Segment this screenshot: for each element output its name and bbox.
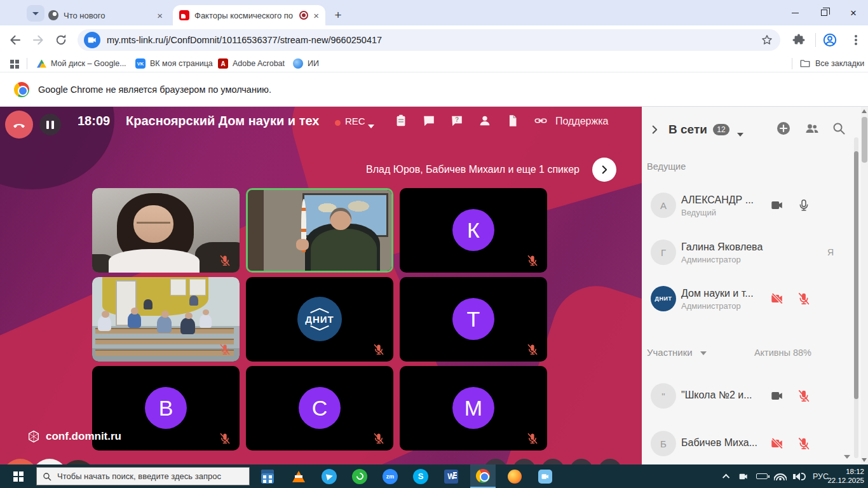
close-window-button[interactable]: × (839, 0, 868, 25)
participants-button[interactable] (478, 114, 492, 128)
tray-volume[interactable] (793, 464, 806, 488)
rec-dropdown-caret[interactable] (368, 119, 374, 131)
tab-whats-new[interactable]: Что нового × (42, 5, 169, 25)
camera-on-icon[interactable] (770, 389, 784, 403)
rec-label: REC (345, 116, 365, 126)
panel-scrollbar[interactable] (854, 137, 858, 458)
taskbar-search[interactable] (36, 467, 250, 485)
scroll-up-icon[interactable] (862, 109, 867, 113)
taskbar-skype[interactable]: S (408, 464, 433, 488)
mic-on-icon[interactable] (797, 198, 811, 212)
bookmark-star-icon[interactable] (760, 33, 774, 47)
taskbar-vlc[interactable] (286, 464, 311, 488)
new-tab-button[interactable]: + (329, 6, 347, 24)
scrollbar-thumb[interactable] (854, 151, 858, 399)
camera-on-icon[interactable] (770, 198, 784, 212)
back-button[interactable] (8, 32, 23, 48)
mic-off-icon[interactable] (797, 292, 811, 306)
mic-off-icon[interactable] (797, 389, 811, 403)
camera-off-icon[interactable] (770, 437, 784, 451)
taskbar-chrome-active[interactable] (470, 464, 496, 488)
avatar-tile-dnit[interactable]: ДНИТ (246, 277, 393, 362)
participant-row[interactable]: А АЛЕКСАНДР ... Ведущий (642, 193, 858, 232)
clock[interactable]: 18:12 22.12.2025 (827, 467, 864, 485)
watermark: conf.domnit.ru (27, 430, 121, 444)
scrollbar-thumb[interactable] (862, 117, 867, 163)
reload-button[interactable] (53, 32, 69, 48)
taskbar-calculator[interactable] (255, 464, 280, 488)
avatar-tile-k[interactable]: К (400, 188, 547, 273)
bookmark-label: ВК моя страница (150, 59, 213, 68)
window-scrollbar[interactable] (861, 107, 868, 464)
next-speaker-button[interactable] (592, 158, 616, 182)
mic-off-icon[interactable] (797, 437, 811, 451)
participant-name: Галина Яковлева (681, 241, 763, 253)
restore-button[interactable] (810, 0, 839, 25)
support-button[interactable]: Поддержка (555, 116, 608, 127)
participants-dropdown-caret[interactable] (700, 351, 707, 355)
tray-network[interactable] (774, 464, 787, 488)
minimize-button[interactable] (780, 0, 810, 25)
apps-grid-icon[interactable] (10, 60, 14, 64)
participant-row[interactable]: ДНИТ Дом науки и т... Администратор (642, 286, 858, 325)
taskbar-firefox[interactable] (502, 464, 527, 488)
tray-mts-link[interactable] (738, 464, 749, 488)
address-bar[interactable]: my.mts-link.ru/j/ConfDomnit/10116536377/… (78, 29, 780, 51)
tray-battery[interactable] (756, 464, 768, 488)
hangup-button[interactable] (5, 111, 33, 139)
questions-button[interactable] (450, 114, 464, 128)
people-button[interactable] (804, 121, 820, 136)
avatar: В (145, 387, 187, 429)
participant-row[interactable]: " "Школа №2 и... (642, 383, 858, 423)
taskbar-zoom[interactable]: zm (377, 464, 403, 488)
camera-permission-icon[interactable] (84, 32, 100, 48)
scroll-down-icon[interactable] (844, 455, 850, 459)
bookmark-acrobat[interactable]: AAdobe Acrobat (218, 55, 285, 72)
tray-chevron[interactable] (724, 464, 729, 488)
video-tile-classroom[interactable] (92, 277, 240, 362)
control-button-partial[interactable] (484, 459, 507, 464)
video-tile-active-speaker[interactable] (246, 188, 393, 273)
language-indicator[interactable]: РУС (813, 464, 829, 488)
materials-button[interactable] (506, 114, 520, 128)
vk-icon: VK (135, 58, 146, 69)
tab-conference[interactable]: Факторы космического по × (173, 5, 325, 25)
extensions-icon[interactable] (792, 33, 806, 47)
window-controls: × (780, 0, 868, 25)
all-bookmarks-button[interactable]: Все закладки (799, 55, 864, 72)
invite-link-button[interactable] (534, 114, 548, 128)
collapse-panel-button[interactable] (648, 123, 661, 136)
taskbar-telegram[interactable] (316, 464, 342, 488)
avatar-tile-t[interactable]: Т (400, 277, 547, 362)
meeting-timer: 18:09 (78, 114, 110, 128)
taskbar-mts-link[interactable] (532, 464, 558, 488)
pause-button[interactable] (39, 114, 61, 135)
profile-icon[interactable] (822, 32, 837, 48)
close-tab-icon[interactable]: × (313, 11, 319, 20)
add-participant-button[interactable] (776, 121, 791, 136)
video-tile-woman[interactable] (92, 188, 240, 273)
agenda-button[interactable] (394, 114, 408, 128)
chat-button[interactable] (422, 114, 436, 128)
bookmark-vk[interactable]: VKВК моя страница (135, 55, 213, 72)
taskbar-whatsapp[interactable] (347, 464, 372, 488)
video-frame (92, 277, 240, 362)
camera-off-icon[interactable] (770, 292, 784, 306)
search-participants-button[interactable] (831, 121, 846, 136)
forward-button[interactable] (31, 32, 46, 48)
avatar-tile-s[interactable]: С (246, 366, 393, 451)
taskbar-search-input[interactable] (57, 471, 244, 481)
participant-row[interactable]: Г Галина Яковлева Администратор Я (642, 240, 858, 279)
close-tab-icon[interactable]: × (157, 11, 163, 20)
scroll-down-icon[interactable] (862, 458, 867, 462)
bookmark-ii[interactable]: ИИ (293, 55, 319, 72)
browser-menu-icon[interactable] (855, 39, 857, 41)
participant-name: АЛЕКСАНДР ... (681, 194, 754, 206)
start-button[interactable] (5, 464, 31, 488)
participant-row[interactable]: Б Бабичев Миха... (642, 431, 858, 464)
taskbar-word[interactable]: W (438, 464, 464, 488)
bookmark-drive[interactable]: Мой диск – Google... (37, 55, 126, 72)
avatar-tile-m[interactable]: М (400, 366, 547, 451)
online-dropdown-caret[interactable] (737, 128, 743, 139)
avatar: С (299, 387, 341, 429)
